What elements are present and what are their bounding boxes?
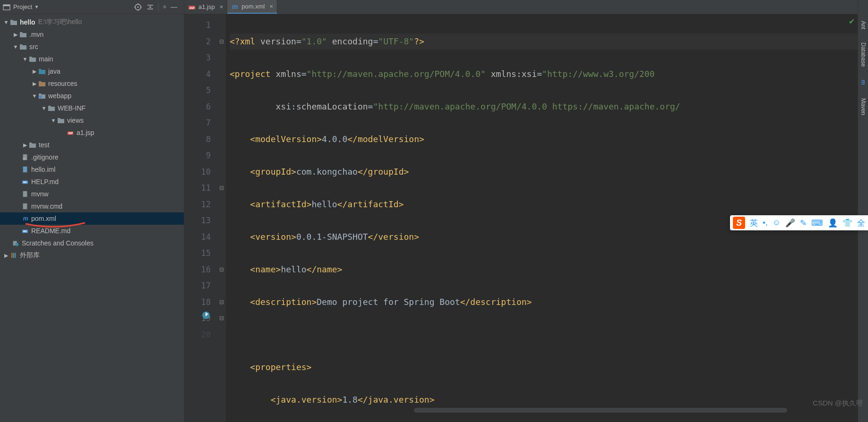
- chevron-right-icon[interactable]: ▶: [31, 68, 38, 75]
- toolwindow-maven[interactable]: Maven: [859, 96, 868, 117]
- hide-icon[interactable]: —: [171, 3, 179, 11]
- tree-item-gitignore[interactable]: .gitignore: [0, 151, 184, 163]
- project-sidebar: Project ▼ — ▼ hello E:\学习吧\hello ▶ .mvn …: [0, 0, 184, 422]
- tree-item-a1jsp[interactable]: JSP a1.jsp: [0, 127, 184, 139]
- chevron-down-icon[interactable]: ▼: [31, 93, 38, 99]
- tree-label: hello.iml: [31, 166, 55, 173]
- tree-label: src: [29, 43, 38, 51]
- chevron-right-icon[interactable]: ▶: [12, 32, 19, 38]
- ime-write-icon[interactable]: ✎: [800, 218, 807, 228]
- tree-item-views[interactable]: ▼ views: [0, 114, 184, 127]
- tree-label: Scratches and Consoles: [22, 239, 94, 247]
- md-file-icon: MD: [21, 227, 29, 235]
- chevron-down-icon[interactable]: ▼: [12, 44, 19, 50]
- sogou-logo-icon[interactable]: S: [733, 217, 745, 229]
- horizontal-scrollbar[interactable]: [414, 408, 787, 413]
- toolwindow-database[interactable]: Database: [859, 41, 868, 68]
- tree-item-webapp[interactable]: ▼ webapp: [0, 90, 184, 102]
- toolwindow-ant[interactable]: Ant: [859, 19, 868, 31]
- ime-keyboard-icon[interactable]: ⌨: [811, 218, 823, 228]
- tree-label: resources: [48, 80, 77, 87]
- chevron-right-icon[interactable]: ▶: [22, 142, 28, 148]
- tree-item-pomxml[interactable]: m pom.xml: [0, 212, 184, 225]
- target-icon[interactable]: [134, 3, 142, 11]
- file-icon: [21, 153, 29, 161]
- fold-icon[interactable]: ⊟: [217, 34, 226, 50]
- line-number: 15: [187, 245, 211, 262]
- tree-label: WEB-INF: [58, 104, 86, 112]
- fold-icon[interactable]: ⊟: [217, 180, 226, 196]
- close-icon[interactable]: ×: [220, 3, 223, 10]
- tree-item-scratches[interactable]: Scratches and Consoles: [0, 237, 184, 249]
- ime-punct-icon[interactable]: •,: [763, 218, 768, 228]
- svg-text:m: m: [232, 3, 238, 10]
- tree-item-test[interactable]: ▶ test: [0, 139, 184, 151]
- tree-item-helloiml[interactable]: hello.iml: [0, 163, 184, 176]
- tree-item-java[interactable]: ▶ java: [0, 65, 184, 77]
- tree-item-mvnwcmd[interactable]: mvnw.cmd: [0, 200, 184, 212]
- svg-rect-19: [23, 191, 27, 197]
- line-gutter: 1 2 3 4 5 6 7 8 9 10 11 12 13 14 15 16 1…: [184, 14, 217, 422]
- maven-icon[interactable]: m: [859, 78, 868, 87]
- ime-lang[interactable]: 英: [750, 218, 758, 228]
- tree-item-mvnw[interactable]: mvnw: [0, 188, 184, 200]
- module-icon: [9, 18, 18, 26]
- ime-voice-icon[interactable]: 🎤: [785, 218, 795, 228]
- tab-a1jsp[interactable]: JSP a1.jsp ×: [184, 0, 227, 14]
- chevron-down-icon[interactable]: ▼: [50, 118, 57, 123]
- svg-rect-16: [23, 167, 27, 172]
- line-number: 17: [187, 278, 211, 294]
- ime-full[interactable]: 全: [857, 218, 865, 228]
- chevron-right-icon[interactable]: ▶: [3, 253, 9, 259]
- tree-label: pom.xml: [31, 215, 56, 222]
- svg-point-25: [15, 243, 18, 246]
- tree-item-readme[interactable]: MD README.md: [0, 225, 184, 237]
- collapse-icon[interactable]: [146, 3, 155, 11]
- maven-file-icon: m: [21, 215, 29, 222]
- tab-pomxml[interactable]: m pom.xml ×: [227, 0, 277, 14]
- tree-item-extlib[interactable]: ▶ 外部库: [0, 249, 184, 262]
- tree-label: webapp: [48, 92, 71, 100]
- ime-skin-icon[interactable]: 👕: [842, 218, 852, 228]
- tree-item-helpmd[interactable]: MD HELP.md: [0, 176, 184, 188]
- inspection-ok-icon[interactable]: ✔: [849, 17, 855, 26]
- svg-text:MD: MD: [23, 181, 27, 184]
- tree-item-main[interactable]: ▼ main: [0, 53, 184, 65]
- chevron-down-icon[interactable]: ▼: [22, 56, 28, 62]
- folder-icon: [57, 117, 65, 124]
- tree-root[interactable]: ▼ hello E:\学习吧\hello: [0, 16, 184, 28]
- tree-label: main: [39, 55, 53, 63]
- folder-icon: [28, 55, 37, 63]
- close-icon[interactable]: ×: [269, 3, 273, 10]
- svg-text:m: m: [23, 215, 28, 222]
- chevron-down-icon[interactable]: ▼: [3, 19, 9, 25]
- tree-label: a1.jsp: [77, 129, 94, 136]
- svg-rect-20: [23, 203, 27, 209]
- project-header[interactable]: Project ▼ —: [0, 0, 184, 14]
- tree-label: .mvn: [29, 31, 43, 38]
- fold-icon[interactable]: ⊟: [217, 294, 226, 311]
- run-gutter-icon[interactable]: [201, 311, 211, 320]
- fold-end-icon[interactable]: ⊟: [217, 262, 226, 278]
- tree-label: .gitignore: [31, 153, 59, 161]
- tree-label: test: [39, 141, 50, 149]
- chevron-right-icon[interactable]: ▶: [31, 81, 38, 87]
- chevron-down-icon[interactable]: ▼: [41, 105, 47, 111]
- svg-rect-1: [3, 5, 10, 6]
- fold-column: ⊟ ⊟ ⊟ ⊟ ⊟: [217, 14, 226, 422]
- svg-point-10: [164, 6, 165, 8]
- project-label: Project: [13, 3, 32, 10]
- chevron-down-icon[interactable]: ▼: [34, 4, 39, 9]
- web-folder-icon: [38, 92, 46, 100]
- tree-item-webinf[interactable]: ▼ WEB-INF: [0, 102, 184, 114]
- project-tree[interactable]: ▼ hello E:\学习吧\hello ▶ .mvn ▼ src ▼ main: [0, 14, 184, 422]
- tree-item-resources[interactable]: ▶ resources: [0, 77, 184, 90]
- ime-toolbar[interactable]: S 英 •, ☺ 🎤 ✎ ⌨ 👤 👕 全: [730, 215, 868, 230]
- ime-emoji-icon[interactable]: ☺: [773, 218, 781, 228]
- gear-icon[interactable]: [158, 3, 167, 11]
- tree-item-mvn[interactable]: ▶ .mvn: [0, 28, 184, 41]
- ime-user-icon[interactable]: 👤: [828, 218, 838, 228]
- editor-area: JSP a1.jsp × m pom.xml × 1 2 3 4 5 6 7 8…: [184, 0, 868, 422]
- tree-item-src[interactable]: ▼ src: [0, 41, 184, 53]
- fold-icon[interactable]: ⊟: [217, 310, 226, 327]
